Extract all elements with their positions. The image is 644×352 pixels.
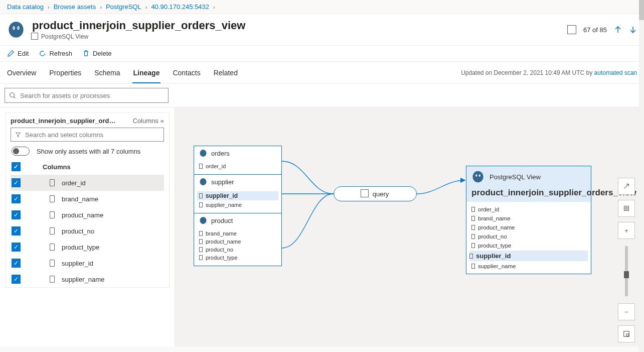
show-all-columns-toggle[interactable] [12,147,30,156]
column-checkbox[interactable] [12,194,21,203]
source-node-orders[interactable]: ordersorder_id [194,146,281,175]
select-all-checkbox[interactable] [12,162,21,171]
column-icon [199,202,203,207]
svg-point-7 [200,178,207,185]
target-node[interactable]: PostgreSQL View product_innerjoin_suppli… [466,166,591,274]
source-name: orders [211,150,230,157]
target-column-brand_name[interactable]: brand_name [471,214,586,223]
crumb-host[interactable]: 40.90.170.245:5432 [151,3,209,11]
column-row-supplier_id[interactable]: supplier_id [11,255,164,271]
source-node-supplier[interactable]: suppliersupplier_idsupplier_name [194,175,281,213]
svg-point-6 [200,150,207,157]
fit-button[interactable] [618,200,635,217]
target-column-product_type[interactable]: product_type [471,241,586,250]
target-column-supplier_name[interactable]: supplier_name [471,262,586,271]
view-icon [32,34,38,40]
select-checkbox[interactable] [567,25,576,34]
source-column-product_no[interactable]: product_no [199,246,276,254]
column-row-brand_name[interactable]: brand_name [11,191,164,207]
source-column-order_id[interactable]: order_id [199,162,276,170]
updated-text: Updated on December 2, 2021 10:49 AM UTC… [461,69,637,76]
edit-button[interactable]: Edit [7,50,29,57]
column-label: product_type [478,243,512,249]
prev-arrow-icon[interactable] [614,26,622,34]
source-column-supplier_name[interactable]: supplier_name [199,201,276,209]
asset-search-input[interactable] [20,92,164,99]
column-checkbox[interactable] [12,178,21,187]
column-filter-input[interactable] [25,131,159,139]
column-filter[interactable] [11,128,164,142]
target-column-order_id[interactable]: order_id [471,205,586,214]
minimap-icon [623,330,630,337]
minimap-button[interactable] [618,325,635,342]
column-label: brand_name [206,230,237,237]
target-type-label: PostgreSQL View [490,173,541,181]
refresh-button[interactable]: Refresh [39,50,72,57]
svg-point-0 [9,22,23,38]
process-label: query [373,190,389,198]
column-icon [471,216,475,221]
columns-header-row[interactable]: Columns [11,159,164,175]
next-arrow-icon[interactable] [629,26,637,34]
tab-related[interactable]: Related [214,62,238,83]
svg-point-10 [475,174,477,177]
updated-prefix: Updated on December 2, 2021 10:49 AM UTC… [461,69,594,76]
column-icon [471,243,475,248]
chevron-left-double-icon: « [160,117,164,125]
crumb-postgresql[interactable]: PostgreSQL [106,3,141,11]
target-column-supplier_id[interactable]: supplier_id [469,251,588,261]
columns-collapse-button[interactable]: Columns « [132,117,164,125]
source-column-brand_name[interactable]: brand_name [199,229,276,238]
column-icon [199,247,203,252]
target-column-product_name[interactable]: product_name [471,223,586,232]
refresh-label: Refresh [49,50,72,57]
column-checkbox[interactable] [12,210,21,219]
column-label: brand_name [62,195,98,203]
zoom-out-button[interactable]: − [618,303,635,320]
column-row-supplier_name[interactable]: supplier_name [11,271,164,287]
tab-lineage[interactable]: Lineage [133,62,160,83]
crumb-data-catalog[interactable]: Data catalog [7,3,44,11]
target-column-product_no[interactable]: product_no [471,232,586,241]
column-icon [471,225,475,230]
asset-search[interactable] [5,88,169,103]
column-label: product_no [62,227,94,235]
delete-button[interactable]: Delete [82,50,112,57]
column-checkbox[interactable] [12,243,21,252]
crumb-browse-assets[interactable]: Browse assets [54,3,96,11]
tab-properties[interactable]: Properties [49,62,81,83]
edit-label: Edit [18,50,29,57]
source-column-product_type[interactable]: product_type [199,254,276,262]
column-checkbox[interactable] [12,259,21,268]
column-icon [50,211,55,218]
column-checkbox[interactable] [12,226,21,236]
source-column-product_name[interactable]: product_name [199,238,276,246]
source-node-group[interactable]: ordersorder_idsuppliersupplier_idsupplie… [194,146,282,266]
column-checkbox[interactable] [12,275,21,284]
zoom-slider[interactable] [625,246,628,296]
pager-text: 67 of 85 [583,26,607,34]
tab-schema[interactable]: Schema [94,62,120,83]
column-row-product_name[interactable]: product_name [11,207,164,223]
column-label: product_name [62,211,103,219]
column-label: product_no [478,233,507,240]
column-icon [199,164,203,169]
svg-point-8 [200,217,207,224]
column-label: supplier_id [62,260,93,267]
column-row-product_no[interactable]: product_no [11,223,164,239]
fullscreen-button[interactable] [618,178,635,195]
scrollbar[interactable] [639,0,644,352]
tab-contacts[interactable]: Contacts [173,62,200,83]
column-row-product_type[interactable]: product_type [11,239,164,255]
tab-overview[interactable]: Overview [7,62,36,83]
source-column-supplier_id[interactable]: supplier_id [197,191,278,200]
lineage-canvas[interactable]: ordersorder_idsuppliersupplier_idsupplie… [175,107,644,346]
trash-icon [82,50,90,57]
postgresql-icon [7,21,25,39]
column-row-order_id[interactable]: order_id [11,175,164,191]
source-node-product[interactable]: productbrand_nameproduct_nameproduct_nop… [194,213,281,266]
zoom-in-button[interactable]: + [618,222,635,239]
process-node[interactable]: query [334,186,417,201]
search-icon [9,92,16,99]
updated-by-link[interactable]: automated scan [594,69,637,76]
